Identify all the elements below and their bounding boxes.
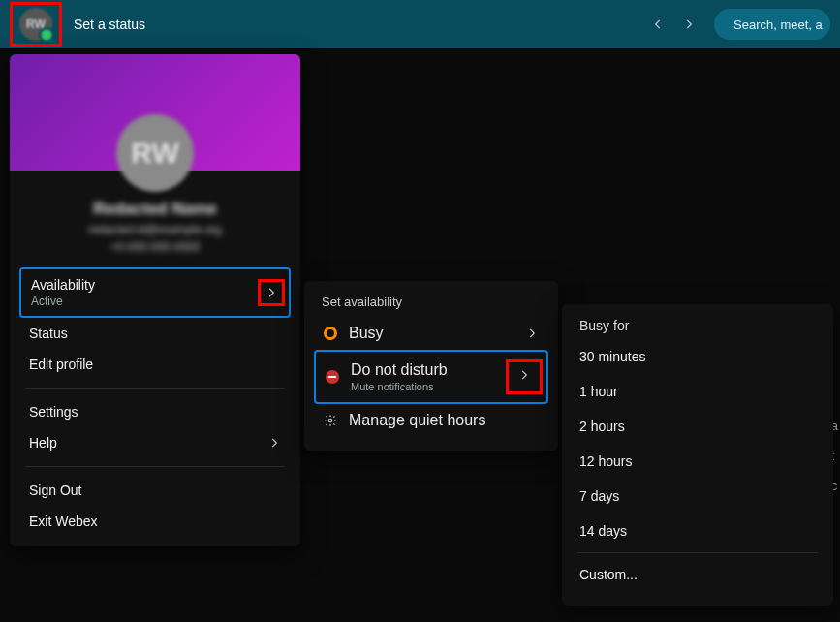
chevron-right-icon — [682, 17, 696, 31]
menu-availability-value: Active — [31, 295, 95, 308]
topbar-right: Search, meet, a — [644, 9, 830, 40]
menu-settings-label: Settings — [29, 404, 78, 420]
svg-point-1 — [328, 419, 332, 422]
busy-option-30min[interactable]: 30 minutes — [570, 339, 825, 374]
divider — [25, 388, 285, 389]
set-status-button[interactable]: Set a status — [74, 16, 145, 32]
menu-settings[interactable]: Settings — [19, 396, 291, 427]
availability-title: Set availability — [314, 291, 548, 317]
availability-dnd[interactable]: Do not disturb Mute notifications — [314, 350, 548, 404]
profile-display-name: Redacted Name — [25, 200, 285, 219]
profile-email: redacted.id@example.org — [25, 223, 285, 236]
busy-for-submenu: Busy for 30 minutes 1 hour 2 hours 12 ho… — [562, 304, 833, 606]
gear-icon — [324, 414, 337, 427]
dnd-status-icon — [326, 370, 339, 384]
availability-quiet-hours[interactable]: Manage quiet hours — [314, 404, 548, 437]
profile-avatar-button[interactable]: RW — [19, 8, 52, 41]
search-placeholder: Search, meet, a — [733, 17, 823, 32]
profile-banner: RW — [10, 54, 300, 171]
availability-busy-label: Busy — [349, 325, 513, 342]
menu-edit-profile[interactable]: Edit profile — [19, 349, 291, 380]
menu-sign-out-label: Sign Out — [29, 482, 81, 498]
menu-help[interactable]: Help — [19, 427, 291, 458]
busy-option-custom[interactable]: Custom... — [570, 557, 825, 592]
menu-availability-label: Availability — [31, 277, 95, 293]
busy-option-12hours[interactable]: 12 hours — [570, 444, 825, 479]
availability-dnd-arrow-highlight — [506, 359, 543, 394]
nav-back-button[interactable] — [644, 11, 671, 38]
busy-option-1hour[interactable]: 1 hour — [570, 374, 825, 409]
menu-help-label: Help — [29, 435, 57, 451]
menu-edit-profile-label: Edit profile — [29, 357, 93, 372]
busy-for-title: Busy for — [570, 314, 825, 339]
menu-availability[interactable]: Availability Active — [19, 267, 291, 318]
search-input[interactable]: Search, meet, a — [714, 9, 830, 40]
chevron-right-icon — [525, 327, 539, 340]
topbar: RW Set a status Search, meet, a — [0, 0, 840, 48]
availability-quiet-label: Manage quiet hours — [349, 412, 485, 429]
chevron-right-icon — [267, 436, 281, 450]
menu-availability-arrow-highlight — [258, 279, 285, 306]
availability-dnd-label: Do not disturb — [351, 361, 494, 379]
profile-menu-list: Availability Active Status Edit profile … — [10, 267, 300, 546]
busy-option-14days[interactable]: 14 days — [570, 513, 825, 548]
chevron-left-icon — [651, 17, 665, 31]
menu-exit-webex-label: Exit Webex — [29, 513, 98, 529]
chevron-right-icon — [264, 286, 278, 299]
chevron-right-icon — [517, 368, 531, 382]
profile-phone: +0-000-000-0000 — [25, 240, 285, 254]
menu-sign-out[interactable]: Sign Out — [19, 475, 291, 506]
availability-dnd-sub: Mute notifications — [351, 381, 494, 392]
menu-status[interactable]: Status — [19, 318, 291, 349]
divider — [577, 552, 818, 553]
divider — [25, 466, 285, 467]
profile-menu: RW Redacted Name redacted.id@example.org… — [10, 54, 300, 546]
profile-avatar-button-highlight: RW — [10, 2, 62, 47]
busy-option-2hours[interactable]: 2 hours — [570, 409, 825, 444]
availability-submenu: Set availability Busy Do not disturb Mut… — [304, 281, 558, 451]
availability-busy[interactable]: Busy — [314, 317, 548, 350]
nav-forward-button[interactable] — [675, 11, 702, 38]
menu-status-label: Status — [29, 326, 68, 341]
busy-status-icon — [324, 327, 337, 340]
menu-exit-webex[interactable]: Exit Webex — [19, 506, 291, 537]
profile-avatar-large: RW — [116, 114, 194, 192]
busy-option-7days[interactable]: 7 days — [570, 479, 825, 513]
